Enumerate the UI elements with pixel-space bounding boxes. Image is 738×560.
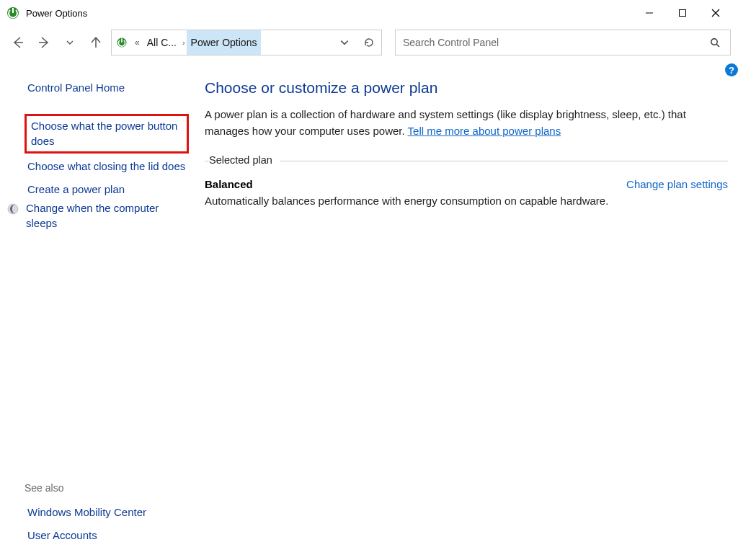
titlebar: Power Options <box>0 0 738 26</box>
toolbar: « All C... › Power Options <box>0 26 738 59</box>
link-learn-more-power-plans[interactable]: Tell me more about power plans <box>408 125 561 137</box>
breadcrumb-item-all-control-panel[interactable]: All C... <box>143 30 181 55</box>
link-change-plan-settings[interactable]: Change plan settings <box>626 178 728 190</box>
forward-button[interactable] <box>33 32 55 53</box>
window-title: Power Options <box>26 8 87 19</box>
search-box[interactable] <box>395 30 731 55</box>
page-heading: Choose or customize a power plan <box>205 79 728 97</box>
search-input[interactable] <box>403 37 707 48</box>
close-button[interactable] <box>699 1 732 25</box>
chevron-right-icon[interactable]: › <box>181 38 187 47</box>
help-icon[interactable]: ? <box>725 63 738 76</box>
svg-rect-1 <box>12 8 14 13</box>
link-windows-mobility-center[interactable]: Windows Mobility Center <box>25 501 189 524</box>
svg-point-10 <box>711 38 716 44</box>
breadcrumb-overflow-icon[interactable]: « <box>132 37 143 48</box>
svg-line-11 <box>716 44 719 47</box>
link-create-power-plan[interactable]: Create a power plan <box>25 178 189 201</box>
divider <box>205 161 728 161</box>
moon-icon <box>7 203 19 215</box>
content-area: Control Panel Home Choose what the power… <box>0 59 738 560</box>
main-panel: ? Choose or customize a power plan A pow… <box>199 59 738 560</box>
link-choose-power-button[interactable]: Choose what the power button does <box>31 119 182 148</box>
plan-description: Automatically balances performance with … <box>205 195 728 207</box>
back-button[interactable] <box>7 32 29 53</box>
plan-name: Balanced <box>205 178 253 190</box>
link-choose-closing-lid[interactable]: Choose what closing the lid does <box>25 155 189 178</box>
selected-plan-section-header: Selected plan <box>205 154 728 168</box>
selected-plan-label: Selected plan <box>209 154 280 166</box>
svg-rect-9 <box>121 38 123 43</box>
up-button[interactable] <box>85 32 107 53</box>
see-also-section: See also Windows Mobility Center User Ac… <box>25 482 189 548</box>
power-options-icon <box>112 37 132 48</box>
page-description: A power plan is a collection of hardware… <box>205 107 724 139</box>
svg-rect-3 <box>680 10 686 17</box>
minimize-button[interactable] <box>633 1 666 25</box>
sidebar: Control Panel Home Choose what the power… <box>0 59 199 560</box>
sidebar-item-sleep: Change when the computer sleeps <box>25 201 189 235</box>
breadcrumb-item-power-options[interactable]: Power Options <box>187 30 262 55</box>
address-dropdown-button[interactable] <box>332 30 357 55</box>
power-options-icon <box>6 6 20 20</box>
link-change-sleep[interactable]: Change when the computer sleeps <box>23 201 189 235</box>
recent-locations-dropdown[interactable] <box>59 32 81 53</box>
address-bar[interactable]: « All C... › Power Options <box>111 30 382 55</box>
sidebar-item-power-button-highlighted: Choose what the power button does <box>25 114 189 154</box>
see-also-label: See also <box>25 482 189 494</box>
refresh-button[interactable] <box>357 30 381 55</box>
maximize-button[interactable] <box>666 1 699 25</box>
control-panel-home-link[interactable]: Control Panel Home <box>25 76 189 99</box>
link-user-accounts[interactable]: User Accounts <box>25 524 189 547</box>
plan-row: Balanced Change plan settings <box>205 178 728 190</box>
search-icon[interactable] <box>707 37 723 48</box>
